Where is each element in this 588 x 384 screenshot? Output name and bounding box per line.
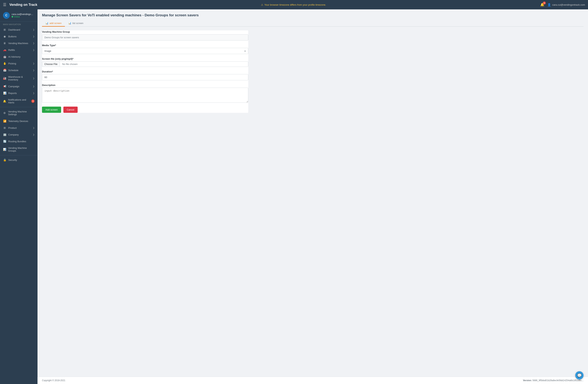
chat-icon: 💬 [577, 373, 582, 378]
choose-file-button[interactable]: Choose File [42, 61, 60, 67]
item-left: 📅 Schedule [3, 69, 18, 72]
notification-count: 8 [543, 1, 546, 4]
security-icon: 🔒 [3, 158, 6, 161]
item-left: ⊞ Dashboard [3, 28, 20, 31]
chevron-icon: ❯ [33, 62, 35, 65]
sidebar-item-schedule[interactable]: 📅 Schedule ❯ [0, 67, 38, 74]
sidebar-item-warehouse[interactable]: 🏭 Warehouse & Inventory ❯ [0, 74, 38, 83]
campaign-icon: 📢 [3, 85, 6, 88]
sidebar-item-routing-bundles[interactable]: 🔄 Routing Bundles [0, 138, 38, 145]
version-label: Version: [523, 379, 532, 382]
settings-icon: ⚙ [3, 112, 6, 114]
sidebar-status: Online [12, 16, 34, 18]
file-name-display: No file chosen [60, 61, 248, 67]
list-screen-tab-icon: 📊 [68, 22, 71, 24]
description-textarea[interactable] [42, 88, 248, 103]
status-text: Online [14, 16, 20, 18]
version-text: Version: 5686_9f5bbd01b28a8ecfe5fdd14254… [523, 379, 584, 382]
media-type-select[interactable]: Image Video [42, 48, 248, 54]
chat-bubble[interactable]: 💬 [575, 371, 584, 380]
cancel-button[interactable]: Cancel [63, 107, 78, 113]
description-group: Description [42, 84, 248, 103]
sidebar-item-vending-machine-groups[interactable]: 📊 Vending Machine Groups [0, 145, 38, 154]
routing-bundles-label: Routing Bundles [8, 140, 26, 143]
groups-icon: 📊 [3, 148, 6, 151]
picking-icon: ✋ [3, 62, 6, 65]
sidebar-item-notifications[interactable]: 🔔 Notifications and Alerts 9 [0, 96, 38, 106]
media-type-select-wrapper: Image Video [42, 48, 248, 54]
warehouse-icon: 🏭 [3, 77, 6, 80]
routing-icon: 🔄 [3, 140, 6, 143]
sidebar-item-dashboard[interactable]: ⊞ Dashboard ❯ [0, 26, 38, 33]
refills-icon: 🚗 [3, 48, 6, 51]
version-value: 5686_9f5bbd01b28a8ecfe5fdd14254a6b1852d6… [532, 379, 584, 382]
sidebar-item-picking[interactable]: ✋ Picking ❯ [0, 60, 38, 67]
duration-label: Duration* [42, 70, 248, 73]
item-left: ⊞ Product [3, 126, 17, 129]
sidebar-username: cara.cui@vendingontrack... [12, 13, 34, 16]
sidebar-item-campaign[interactable]: 📢 Campaign ❯ [0, 83, 38, 90]
product-label: Product [8, 127, 17, 129]
chevron-icon: ❯ [33, 77, 35, 80]
ai-icon: 🤖 [3, 55, 6, 58]
sidebar-item-vending-machine-settings[interactable]: ⚙ Vending Machine Settings [0, 108, 38, 118]
vending-machine-group-label: Vending Machine Group [42, 30, 248, 33]
sidebar-item-vending-machines[interactable]: 🖥 Vending Machines ❯ [0, 40, 38, 46]
item-left: 🚗 Refills [3, 48, 15, 51]
chevron-icon: ❯ [33, 35, 35, 38]
app-body: C cara.cui@vendingontrack... Online MAIN… [0, 9, 588, 384]
chevron-icon: ❯ [33, 28, 35, 31]
sidebar-item-reports[interactable]: 📊 Reports ❯ [0, 90, 38, 96]
picking-label: Picking [8, 62, 16, 65]
item-left: 📢 Campaign [3, 85, 19, 88]
vending-machines-label: Vending Machines [8, 42, 28, 45]
copyright-text: Copyright © 2018-2021 [42, 379, 65, 382]
security-label: Security [8, 158, 17, 161]
sidebar-item-security[interactable]: 🔒 Security [0, 157, 38, 163]
item-left: ✋ Picking [3, 62, 16, 65]
user-info: cara.cui@vendingontrack... Online [12, 13, 34, 18]
schedule-icon: 📅 [3, 69, 6, 72]
add-screen-tab-label: add screen [49, 22, 62, 24]
hamburger-menu[interactable]: ☰ [3, 2, 6, 7]
sidebar-item-buttons[interactable]: ◉ Buttons ❯ [0, 33, 38, 40]
ai-advisory-label: AI Advisory [8, 55, 21, 58]
sidebar-item-product[interactable]: ⊞ Product ❯ [0, 124, 38, 131]
refills-label: Refills [8, 49, 15, 51]
sidebar-item-ai-advisory[interactable]: 🤖 AI Advisory [0, 53, 38, 60]
screen-file-group: Screen file (only png/mp4)* Choose File … [42, 57, 248, 67]
user-menu[interactable]: 👤 cara.cui@vendingontrack.com [547, 3, 585, 7]
item-left: 📊 Reports [3, 91, 17, 95]
navbar: ☰ Vending on Track ⚠ Your browser timezo… [0, 0, 588, 9]
add-screen-form: Vending Machine Group Media Type* Image … [42, 30, 248, 113]
navbar-center: ⚠ Your browser timezone differs from you… [47, 3, 540, 6]
sidebar-item-telemetry-devices[interactable]: 📶 Telemetry Devices [0, 118, 38, 124]
vending-machines-icon: 🖥 [3, 42, 6, 45]
item-left: 🔒 Security [3, 158, 17, 161]
tab-add-screen[interactable]: 📊 add screen [42, 20, 65, 27]
add-screen-button[interactable]: Add screen [42, 107, 61, 113]
sidebar-user: C cara.cui@vendingontrack... Online [0, 9, 38, 22]
reports-icon: 📊 [3, 91, 6, 95]
vending-machine-group-input[interactable] [42, 34, 248, 41]
sidebar-item-refills[interactable]: 🚗 Refills ❯ [0, 46, 38, 53]
dashboard-label: Dashboard [8, 28, 20, 31]
footer: Copyright © 2018-2021 Version: 5686_9f5b… [38, 377, 588, 384]
warehouse-label: Warehouse & Inventory [8, 75, 33, 81]
media-type-label: Media Type* [42, 44, 248, 47]
telemetry-icon: 📶 [3, 120, 6, 123]
buttons-label: Buttons [8, 35, 17, 38]
timezone-warning: ⚠ Your browser timezone differs from you… [261, 3, 326, 6]
tab-list-screen[interactable]: 📊 list screen [65, 20, 87, 27]
vending-machine-settings-label: Vending Machine Settings [8, 110, 35, 116]
sidebar-item-company[interactable]: 🏢 Company ❯ [0, 131, 38, 138]
duration-group: Duration* [42, 70, 248, 80]
reports-label: Reports [8, 92, 17, 95]
timezone-warning-text: Your browser timezone differs from your … [264, 3, 326, 6]
campaign-label: Campaign [8, 85, 19, 88]
notifications-badge: 9 [31, 99, 35, 103]
item-left: 🏭 Warehouse & Inventory [3, 75, 33, 81]
duration-input[interactable] [42, 74, 248, 80]
notification-bell[interactable]: 🔔 8 [540, 3, 544, 7]
telemetry-devices-label: Telemetry Devices [8, 120, 28, 123]
